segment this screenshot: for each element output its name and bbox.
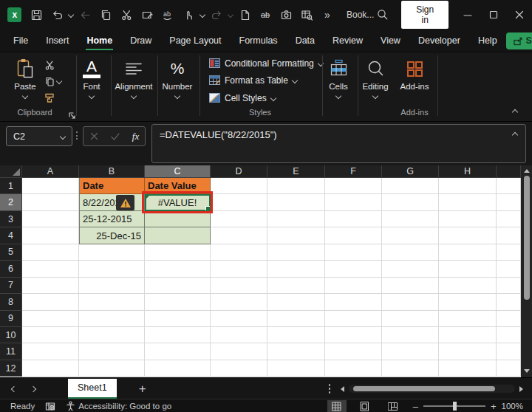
cell-G9[interactable]	[382, 311, 439, 327]
cell-B6[interactable]	[79, 261, 145, 277]
tab-draw[interactable]: Draw	[121, 30, 160, 51]
zoom-level[interactable]: 100%	[502, 402, 523, 411]
row-header-10[interactable]: 10	[0, 327, 22, 343]
row-header-1[interactable]: 1	[0, 178, 22, 194]
cell-E10[interactable]	[267, 327, 325, 343]
cell-C6[interactable]	[145, 261, 211, 277]
cell-B10[interactable]	[79, 327, 145, 343]
scroll-up-icon[interactable]	[524, 169, 530, 173]
tab-review[interactable]: Review	[324, 30, 372, 51]
cell-filler-1[interactable]	[497, 178, 521, 194]
cell-E11[interactable]	[267, 343, 325, 360]
cell-H12[interactable]	[439, 360, 497, 377]
maximize-button[interactable]	[480, 4, 506, 26]
cell-H1[interactable]	[439, 178, 497, 194]
cell-C10[interactable]	[145, 327, 211, 343]
row-header-6[interactable]: 6	[0, 261, 22, 277]
add-sheet-button[interactable]: +	[139, 382, 146, 395]
number-group-button[interactable]: % Number	[158, 55, 197, 109]
name-box[interactable]: C2	[6, 126, 72, 146]
col-header-D[interactable]: D	[211, 165, 267, 178]
cell-F4[interactable]	[325, 227, 382, 244]
cell-H5[interactable]	[439, 244, 497, 261]
tab-help[interactable]: Help	[469, 30, 506, 51]
alignment-group-button[interactable]: Alignment	[112, 55, 155, 109]
name-box-dropdown-icon[interactable]	[60, 133, 66, 139]
font-group-button[interactable]: A Font	[72, 55, 111, 109]
cell-D12[interactable]	[211, 360, 267, 377]
cell-G5[interactable]	[382, 244, 439, 261]
cell-E5[interactable]	[267, 244, 325, 261]
cell-filler-12[interactable]	[497, 360, 521, 377]
cell-G2[interactable]	[382, 194, 439, 210]
cell-G11[interactable]	[382, 343, 439, 360]
zoom-slider-thumb[interactable]	[453, 402, 457, 411]
cell-D4[interactable]	[211, 227, 267, 244]
cell-H11[interactable]	[439, 343, 497, 360]
cell-C1[interactable]: Date Value	[145, 178, 211, 194]
col-header-G[interactable]: G	[382, 165, 439, 178]
cell-A8[interactable]	[22, 294, 79, 310]
save-button[interactable]	[28, 7, 45, 24]
formula-input[interactable]: =DATEVALUE("8/22/2015")	[151, 124, 526, 163]
vertical-scroll-thumb[interactable]	[524, 176, 530, 300]
hscroll-right-icon[interactable]	[519, 386, 523, 392]
cell-D5[interactable]	[211, 244, 267, 261]
cell-E7[interactable]	[267, 278, 325, 294]
ribbon-collapse-icon[interactable]	[512, 109, 518, 115]
cell-D6[interactable]	[211, 261, 267, 277]
cell-B12[interactable]	[79, 360, 145, 377]
cell-D11[interactable]	[211, 343, 267, 360]
row-header-5[interactable]: 5	[0, 244, 22, 261]
conditional-formatting-button[interactable]: Conditional Formatting	[209, 55, 323, 71]
cell-filler-7[interactable]	[497, 278, 521, 294]
cell-filler-9[interactable]	[497, 311, 521, 327]
cell-filler-4[interactable]	[497, 227, 521, 244]
close-button[interactable]	[506, 4, 532, 26]
cut-ribbon-button[interactable]	[40, 57, 59, 73]
cell-D8[interactable]	[211, 294, 267, 310]
cell-F6[interactable]	[325, 261, 382, 277]
cell-H9[interactable]	[439, 311, 497, 327]
share-button[interactable]: Share	[506, 32, 532, 49]
cell-A9[interactable]	[22, 311, 79, 327]
cell-G6[interactable]	[382, 261, 439, 277]
search-icon[interactable]	[374, 7, 391, 24]
new-file-button[interactable]	[236, 7, 253, 24]
horizontal-scroll-thumb[interactable]	[353, 386, 495, 391]
cell-B9[interactable]	[79, 311, 145, 327]
col-header-C[interactable]: C	[145, 165, 211, 178]
cell-G12[interactable]	[382, 360, 439, 377]
tab-page-layout[interactable]: Page Layout	[160, 30, 230, 51]
col-header-E[interactable]: E	[267, 165, 325, 178]
accessibility-status[interactable]: Accessibility: Good to go	[66, 401, 171, 411]
row-header-2[interactable]: 2	[0, 194, 22, 210]
cell-C12[interactable]	[145, 360, 211, 377]
cell-D10[interactable]	[211, 327, 267, 343]
cell-A7[interactable]	[22, 278, 79, 294]
cell-filler-8[interactable]	[497, 294, 521, 310]
cell-F5[interactable]	[325, 244, 382, 261]
cell-C7[interactable]	[145, 278, 211, 294]
zoom-in-button[interactable]: +	[491, 401, 497, 412]
page-layout-view-button[interactable]	[355, 400, 375, 412]
normal-view-button[interactable]	[327, 400, 347, 412]
tab-view[interactable]: View	[372, 30, 409, 51]
strikethrough-button[interactable]: ab	[257, 7, 274, 24]
sheet-tab-sheet1[interactable]: Sheet1	[68, 379, 117, 399]
cell-C3[interactable]	[145, 211, 211, 227]
row-header-11[interactable]: 11	[0, 343, 22, 360]
edit-picture-button[interactable]	[139, 7, 156, 24]
paste-button[interactable]: Paste	[9, 55, 41, 109]
cell-G4[interactable]	[382, 227, 439, 244]
cell-F3[interactable]	[325, 211, 382, 227]
cell-D3[interactable]	[211, 211, 267, 227]
select-all-button[interactable]	[0, 165, 22, 178]
cell-H3[interactable]	[439, 211, 497, 227]
addins-button[interactable]: Add-ins	[395, 55, 434, 109]
row-header-3[interactable]: 3	[0, 211, 22, 227]
cell-A6[interactable]	[22, 261, 79, 277]
row-header-8[interactable]: 8	[0, 294, 22, 310]
row-header-7[interactable]: 7	[0, 278, 22, 294]
cell-F9[interactable]	[325, 311, 382, 327]
